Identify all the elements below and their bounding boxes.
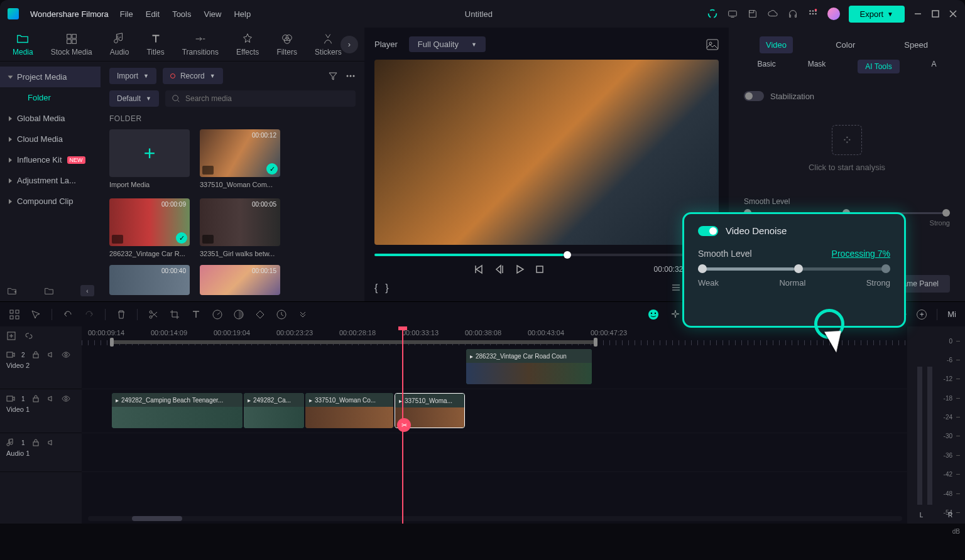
range-marker[interactable]: [112, 340, 596, 344]
undo-icon[interactable]: [62, 309, 74, 320]
tab-filters[interactable]: Filters: [276, 32, 297, 57]
more-tools-icon[interactable]: [297, 309, 308, 320]
search-box[interactable]: [165, 90, 356, 107]
folder-icon[interactable]: [43, 285, 55, 296]
brace-close-icon[interactable]: }: [385, 283, 388, 294]
stabilization-toggle[interactable]: [744, 91, 764, 101]
mute-icon[interactable]: [46, 438, 55, 447]
crop-icon[interactable]: [169, 309, 180, 320]
track-head-video1[interactable]: 1 Video 1: [0, 389, 82, 433]
tab-transitions[interactable]: Transitions: [182, 32, 219, 57]
clip[interactable]: ▸ 249282_Camping Beach Teenager...: [112, 393, 243, 428]
brace-open-icon[interactable]: {: [374, 283, 378, 294]
ai-face-icon[interactable]: [647, 308, 660, 321]
cloud-icon[interactable]: [767, 8, 778, 19]
analysis-placeholder[interactable]: ⁘ Click to start analysis: [744, 106, 950, 191]
media-import-tile[interactable]: + Import Media: [109, 129, 190, 188]
eye-icon[interactable]: [62, 394, 70, 403]
maximize-icon[interactable]: [931, 9, 940, 18]
sidebar-adjustment-layer[interactable]: Adjustment La...: [0, 170, 101, 191]
menu-tools[interactable]: Tools: [172, 9, 191, 19]
track-audio1[interactable]: [82, 433, 907, 472]
subtab-basic[interactable]: Basic: [757, 60, 775, 73]
menu-edit[interactable]: Edit: [146, 9, 160, 19]
props-tab-speed[interactable]: Speed: [898, 36, 934, 53]
minimize-icon[interactable]: [913, 9, 922, 18]
clock-icon[interactable]: [276, 309, 287, 320]
speed-icon[interactable]: [212, 309, 223, 320]
track-link-icon[interactable]: [24, 331, 34, 341]
lock-icon[interactable]: [31, 438, 40, 447]
pointer-tool-icon[interactable]: [30, 309, 41, 320]
mute-icon[interactable]: [46, 394, 55, 403]
track-head-audio1[interactable]: 1 Audio 1: [0, 433, 82, 472]
sparkle-icon[interactable]: [670, 309, 681, 320]
tab-titles[interactable]: Titles: [146, 32, 164, 57]
subtab-aitools[interactable]: AI Tools: [858, 60, 899, 73]
list-icon[interactable]: [671, 283, 681, 293]
lock-icon[interactable]: [31, 350, 40, 359]
menu-view[interactable]: View: [204, 9, 221, 19]
track-video2[interactable]: ▸ 286232_Vintage Car Road Coun: [82, 345, 907, 389]
props-tab-color[interactable]: Color: [829, 36, 861, 53]
sidebar-influence-kit[interactable]: Influence KitNEW: [0, 149, 101, 170]
step-back-icon[interactable]: [494, 264, 505, 275]
sidebar-compound-clip[interactable]: Compound Clip: [0, 191, 101, 212]
media-item[interactable]: 00:00:12✓ 337510_Woman Com...: [200, 129, 280, 188]
apps-icon[interactable]: [807, 8, 819, 19]
redo-icon[interactable]: [84, 309, 95, 320]
prev-frame-icon[interactable]: [474, 264, 485, 275]
mute-icon[interactable]: [46, 350, 55, 359]
filter-icon[interactable]: [328, 71, 338, 81]
sidebar-collapse[interactable]: ‹: [80, 285, 94, 296]
sidebar-project-media[interactable]: Project Media: [0, 67, 101, 87]
tab-media[interactable]: Media: [13, 32, 33, 57]
clip[interactable]: ▸ 249282_Ca...: [244, 393, 304, 428]
record-dropdown[interactable]: Record▼: [163, 68, 223, 84]
mixer-label[interactable]: Mi: [947, 310, 956, 319]
processing-status[interactable]: Processing 7%: [832, 249, 890, 259]
track-head-video2[interactable]: 2 Video 2: [0, 345, 82, 389]
close-icon[interactable]: [949, 9, 957, 18]
activity-icon[interactable]: [707, 8, 718, 19]
play-icon[interactable]: [514, 264, 525, 275]
avatar[interactable]: [827, 8, 840, 20]
menu-file[interactable]: File: [120, 9, 133, 19]
text-icon[interactable]: [190, 309, 202, 320]
stop-icon[interactable]: [534, 264, 545, 275]
preview-viewport[interactable]: [374, 60, 719, 245]
quality-dropdown[interactable]: Full Quality▼: [409, 36, 486, 52]
track-video1[interactable]: ▸ 249282_Camping Beach Teenager... ▸ 249…: [82, 389, 907, 433]
select-tool-icon[interactable]: [9, 309, 20, 320]
save-icon[interactable]: [747, 8, 758, 19]
media-item[interactable]: 00:00:15: [200, 265, 280, 295]
keyframe-icon[interactable]: [254, 309, 266, 320]
tab-stickers[interactable]: Stickers: [315, 32, 342, 57]
color-icon[interactable]: [233, 309, 244, 320]
split-icon[interactable]: [148, 309, 159, 320]
media-item[interactable]: 00:00:05 32351_Girl walks betw...: [200, 198, 280, 257]
clip[interactable]: ▸ 286232_Vintage Car Road Coun: [466, 349, 592, 384]
denoise-slider[interactable]: [698, 267, 890, 271]
menu-help[interactable]: Help: [234, 9, 251, 19]
sort-dropdown[interactable]: Default▼: [109, 90, 159, 107]
search-input[interactable]: [185, 94, 349, 103]
lock-icon[interactable]: [31, 394, 40, 403]
delete-icon[interactable]: [116, 309, 127, 320]
tab-effects[interactable]: Effects: [236, 32, 259, 57]
headphones-icon[interactable]: [787, 8, 799, 19]
denoise-toggle[interactable]: [698, 226, 718, 236]
more-icon[interactable]: [346, 71, 356, 81]
media-item[interactable]: 00:00:09✓ 286232_Vintage Car R...: [109, 198, 190, 257]
props-tab-video[interactable]: Video: [760, 36, 793, 53]
subtab-a[interactable]: A: [932, 60, 937, 73]
image-icon[interactable]: [706, 39, 719, 50]
preview-progress[interactable]: [374, 254, 719, 256]
sidebar-global-media[interactable]: Global Media: [0, 108, 101, 129]
sidebar-cloud-media[interactable]: Cloud Media: [0, 129, 101, 149]
eye-icon[interactable]: [62, 350, 70, 359]
timeline-ruler[interactable]: 00:00:09:14 00:00:14:09 00:00:19:04 00:0…: [82, 326, 907, 345]
export-button[interactable]: Export▼: [849, 6, 905, 23]
timeline-tracks[interactable]: 00:00:09:14 00:00:14:09 00:00:19:04 00:0…: [82, 326, 907, 524]
new-folder-icon[interactable]: [6, 285, 18, 296]
